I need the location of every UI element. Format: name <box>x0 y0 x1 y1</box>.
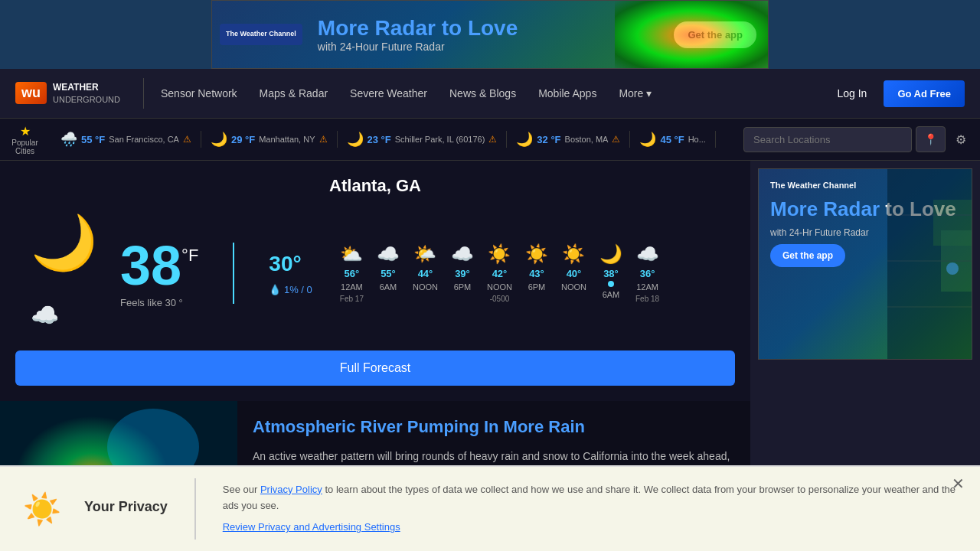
hour-temp-8: 36° <box>640 268 655 279</box>
city-name-sf: San Francisco, CA <box>109 135 179 144</box>
hourly-forecast: ⛅ 56° 12AM Feb 17 ☁️ 55° 6AM 🌤️ 44° NOON… <box>335 237 664 309</box>
hour-time-0: 12AM <box>341 282 363 292</box>
hour-date-8: Feb 18 <box>635 295 659 303</box>
twc-brand-name: The Weather Channel <box>226 30 296 39</box>
city-item-ho[interactable]: 🌙 45 °F Ho... <box>630 131 715 148</box>
right-ad-map-visual <box>887 169 972 359</box>
search-input[interactable] <box>743 127 912 152</box>
hour-time-2: NOON <box>413 282 438 292</box>
ad-headline-blue: More Radar <box>318 16 436 40</box>
nav-link-maps-radar-label: Maps & Radar <box>260 87 328 99</box>
cities-label: Cities <box>15 147 34 155</box>
hour-time-8: 12AM <box>636 282 658 292</box>
nav-link-more[interactable]: More ▾ <box>609 81 661 106</box>
settings-icon-button[interactable]: ⚙ <box>949 126 972 153</box>
city-warn-sf: ⚠ <box>183 134 191 145</box>
go-ad-free-button[interactable]: Go Ad Free <box>884 80 965 107</box>
city-icon-ny: 🌙 <box>211 131 227 148</box>
hour-temp-4: 42° <box>492 268 508 279</box>
hour-5: ☀️ 43° 6PM <box>521 237 553 309</box>
nav-link-severe-weather[interactable]: Severe Weather <box>341 81 436 106</box>
city-name-boston: Boston, MA <box>565 135 609 144</box>
weather-current: 🌙☁️ 38 °F Feels like 30 ° 30° 💧 1% / 0 ⛅ <box>15 211 735 335</box>
city-temp-ho: 45 °F <box>660 134 684 145</box>
current-weather-icon: 🌙☁️ <box>31 211 97 335</box>
top-ad-content[interactable]: The Weather Channel More Radar to Love w… <box>211 0 769 69</box>
hour-time-5: 6PM <box>528 282 546 292</box>
right-ad-headline-blue: More Radar <box>770 197 880 220</box>
twc-logo: The Weather Channel <box>220 24 302 45</box>
nav-link-more-label: More <box>619 87 643 99</box>
privacy-close-button[interactable]: ✕ <box>952 474 965 493</box>
temp-block: 38 °F Feels like 30 ° <box>120 238 198 308</box>
hour-icon-8: ☁️ <box>636 243 659 265</box>
top-ad-banner: The Weather Channel More Radar to Love w… <box>0 0 980 69</box>
precip-display: 💧 1% / 0 <box>269 284 312 295</box>
city-icon-il: 🌙 <box>347 131 364 148</box>
temp-display: 38 °F <box>120 238 198 293</box>
city-icon-ho: 🌙 <box>639 131 656 148</box>
hour-temp-6: 40° <box>567 268 582 279</box>
weather-city: Atlanta, GA <box>15 176 735 196</box>
hour-1: ☁️ 55° 6AM <box>372 237 404 309</box>
hour-4: ☀️ 42° NOON -0500 <box>482 237 517 309</box>
temp2-block: 30° 💧 1% / 0 <box>269 252 312 295</box>
city-temp-boston: 32 °F <box>537 134 560 145</box>
popular-label: Popular <box>11 139 38 147</box>
logo-text: WEATHER UNDERGROUND <box>53 82 120 105</box>
logo-area[interactable]: wu WEATHER UNDERGROUND <box>15 82 120 105</box>
cities-scroll: 🌧️ 55 °F San Francisco, CA ⚠ 🌙 29 °F Man… <box>51 131 736 148</box>
current-temp: 38 <box>120 238 181 293</box>
nav-links: Sensor Network Maps & Radar Severe Weath… <box>152 81 828 106</box>
privacy-banner: ☀️ Your Privacy See our Privacy Policy t… <box>0 465 980 551</box>
temp2-display: 30° <box>269 252 312 276</box>
nav-divider <box>143 78 144 109</box>
city-item-ny[interactable]: 🌙 29 °F Manhattan, NY ⚠ <box>201 131 338 148</box>
privacy-divider <box>194 478 196 540</box>
login-button[interactable]: Log In <box>828 81 876 106</box>
city-name-ny: Manhattan, NY <box>259 135 315 144</box>
search-icon-button[interactable]: 📍 <box>916 126 946 152</box>
hour-8: ☁️ 36° 12AM Feb 18 <box>631 237 664 309</box>
hour-icon-0: ⛅ <box>340 243 363 265</box>
city-item-sf[interactable]: 🌧️ 55 °F San Francisco, CA ⚠ <box>51 131 201 148</box>
ad-radar-visual <box>615 1 768 69</box>
right-ad-content[interactable]: The Weather Channel More Radar to Love w… <box>758 168 972 360</box>
nav-link-sensor-network[interactable]: Sensor Network <box>152 81 247 106</box>
city-name-il: Schiller Park, IL (60176) <box>395 135 485 144</box>
nav-link-news-blogs[interactable]: News & Blogs <box>440 81 525 106</box>
privacy-settings-link[interactable]: Review Privacy and Advertising Settings <box>223 520 957 536</box>
nav-link-maps-radar[interactable]: Maps & Radar <box>250 81 337 106</box>
city-icon-boston: 🌙 <box>516 131 533 148</box>
city-item-il[interactable]: 🌙 23 °F Schiller Park, IL (60176) ⚠ <box>338 131 508 148</box>
hour-icon-2: 🌤️ <box>413 243 436 265</box>
nav-link-mobile-apps[interactable]: Mobile Apps <box>529 81 606 106</box>
cities-bar: ★ Popular Cities 🌧️ 55 °F San Francisco,… <box>0 119 980 161</box>
hour-3: ☁️ 39° 6PM <box>446 237 479 309</box>
hour-temp-7: 38° <box>603 268 619 279</box>
right-ad-cta-button[interactable]: Get the app <box>770 244 845 267</box>
city-item-boston[interactable]: 🌙 32 °F Boston, MA ⚠ <box>507 131 630 148</box>
hour-temp-2: 44° <box>418 268 433 279</box>
hour-temp-1: 55° <box>381 268 396 279</box>
temp-unit: °F <box>181 246 198 266</box>
privacy-title-block: Your Privacy <box>84 499 168 519</box>
privacy-text-part2: to learn about the types of data we coll… <box>223 484 956 511</box>
full-forecast-button[interactable]: Full Forecast <box>15 350 735 386</box>
hour-icon-3: ☁️ <box>451 243 474 265</box>
precip-value: 1% / 0 <box>284 284 312 295</box>
city-temp-il: 23 °F <box>368 134 391 145</box>
privacy-policy-link[interactable]: Privacy Policy <box>260 484 322 495</box>
privacy-sun-icon: ☀️ <box>23 491 61 527</box>
hour-7-active: 🌙 38° 6AM <box>595 237 627 309</box>
hour-6: ☀️ 40° NOON <box>557 237 591 309</box>
wu-badge: wu <box>15 82 47 104</box>
privacy-title: Your Privacy <box>84 499 168 515</box>
hour-date-4: -0500 <box>490 295 510 303</box>
hour-time-1: 6AM <box>380 282 397 292</box>
article-title[interactable]: Atmospheric River Pumping In More Rain <box>253 416 735 439</box>
svg-point-6 <box>946 262 959 275</box>
city-icon-sf: 🌧️ <box>60 131 77 148</box>
hour-temp-3: 39° <box>455 268 470 279</box>
feels-like: Feels like 30 ° <box>120 297 198 308</box>
